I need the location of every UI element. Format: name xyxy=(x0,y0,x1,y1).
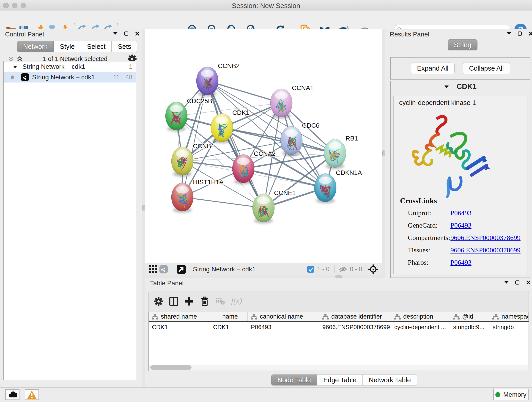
left-splitter[interactable] xyxy=(142,29,145,387)
table-horizontal-scrollbar[interactable] xyxy=(149,365,528,370)
crosslink-link[interactable]: P06493 xyxy=(450,221,472,229)
tab-network[interactable]: Network xyxy=(17,41,54,52)
results-button-bar: Expand All Collapse All xyxy=(390,57,530,80)
node-label-CCNB1: CCNB1 xyxy=(193,143,215,150)
network-collection-row[interactable]: String Network – cdk1 1 xyxy=(4,61,136,72)
crosslink-row-tissues: Tissues:9606.ENSP00000378699 xyxy=(408,246,522,255)
expand-all-networks-icon[interactable] xyxy=(17,56,22,62)
table-toolbar: f(x) xyxy=(148,291,529,312)
protein-collapse-icon[interactable] xyxy=(444,85,449,88)
column-header-@id[interactable]: @id xyxy=(450,312,489,321)
tab-edge-table[interactable]: Edge Table xyxy=(317,375,363,385)
tab-sets[interactable]: Sets xyxy=(112,41,137,52)
tab-select[interactable]: Select xyxy=(81,41,112,52)
network-row[interactable]: String Network – cdk1 11 48 xyxy=(4,72,136,83)
column-header-description[interactable]: description xyxy=(391,312,450,321)
control-panel-close-icon[interactable] xyxy=(135,31,140,36)
control-panel-title: Control Panel xyxy=(5,31,44,38)
collapse-all-networks-icon[interactable] xyxy=(8,56,14,62)
collapse-all-button[interactable]: Collapse All xyxy=(463,63,510,74)
open-in-window-icon[interactable] xyxy=(177,265,186,274)
column-header-shared-name[interactable]: shared name xyxy=(149,312,210,321)
table-panel-close-icon[interactable] xyxy=(526,280,531,285)
expand-all-button[interactable]: Expand All xyxy=(411,63,455,74)
crosslink-label: Pharos: xyxy=(408,259,450,266)
selected-items-icon[interactable] xyxy=(307,266,314,273)
table-cell[interactable]: cyclin-dependent ... xyxy=(391,322,450,332)
table-row[interactable]: CDK1CDK1P064939606.ENSP00000378699cyclin… xyxy=(149,322,529,332)
node-CDKN1A[interactable] xyxy=(314,173,336,203)
results-panel-float-icon[interactable] xyxy=(517,31,522,36)
create-column-icon[interactable] xyxy=(184,297,194,306)
control-panel-float-icon[interactable] xyxy=(124,31,129,36)
crosslink-link[interactable]: 9606.ENSP00000378699 xyxy=(450,234,520,241)
edge-HIST1H1A-CCNE1[interactable] xyxy=(182,197,264,208)
edge-CCNB2-CCNE1[interactable] xyxy=(207,81,264,208)
collection-label: String Network – cdk1 xyxy=(22,63,85,70)
table-cell[interactable]: 9606.ENSP00000378699 xyxy=(319,322,391,332)
right-splitter[interactable] xyxy=(382,29,385,275)
node-CCNE1[interactable] xyxy=(253,194,274,223)
crosslink-label: Compartments: xyxy=(408,234,450,242)
tab-string[interactable]: String xyxy=(448,39,477,51)
right-splitter-handle[interactable] xyxy=(382,150,385,156)
network-nodes xyxy=(165,67,346,223)
node-HIST1H1A[interactable] xyxy=(171,183,193,213)
results-panel-close-icon[interactable] xyxy=(528,31,532,36)
tab-node-table[interactable]: Node Table xyxy=(271,375,317,385)
table-cell[interactable]: P06493 xyxy=(248,322,319,332)
current-network-title: String Network – cdk1 xyxy=(193,266,306,273)
cloud-status-button[interactable] xyxy=(5,389,19,400)
results-panel-collapse-icon[interactable] xyxy=(506,31,511,36)
hidden-items-icon[interactable] xyxy=(339,266,347,273)
tab-style[interactable]: Style xyxy=(54,41,81,52)
column-label: canonical name xyxy=(260,313,303,320)
column-header-namespace[interactable]: namespace xyxy=(489,312,529,321)
table-cell[interactable]: stringdb xyxy=(489,322,529,332)
column-header-database-identifier[interactable]: database identifier xyxy=(319,312,391,321)
node-CDK1[interactable] xyxy=(211,114,233,143)
table-settings-gear-icon[interactable] xyxy=(154,297,163,306)
protein-structure-image xyxy=(403,109,497,201)
crosslink-link[interactable]: 9606.ENSP00000378699 xyxy=(450,246,520,254)
node-CCNB1[interactable] xyxy=(171,147,193,177)
table-cell[interactable]: stringdb:9... xyxy=(450,322,489,332)
show-columns-icon[interactable] xyxy=(169,297,178,306)
string-network-icon xyxy=(21,73,29,81)
crosslink-row-pharos: Pharos:P06493 xyxy=(408,259,522,268)
collection-expand-icon[interactable] xyxy=(13,65,17,69)
warnings-button[interactable] xyxy=(25,389,39,400)
horizontal-splitter-handle[interactable] xyxy=(336,275,342,278)
node-CDC25B[interactable] xyxy=(165,102,187,132)
table-cell[interactable]: CDK1 xyxy=(210,322,248,332)
control-panel-collapse-icon[interactable] xyxy=(113,31,118,36)
crosslink-link[interactable]: P06493 xyxy=(450,209,472,217)
node-CCNA1[interactable] xyxy=(270,89,292,119)
left-splitter-handle[interactable] xyxy=(142,205,145,211)
node-label-CDK1: CDK1 xyxy=(232,109,249,116)
fit-selected-icon[interactable] xyxy=(368,264,378,274)
column-header-canonical-name[interactable]: canonical name xyxy=(248,312,319,321)
table-panel-float-icon[interactable] xyxy=(515,280,520,285)
network-bullet-icon xyxy=(11,75,14,79)
delete-columns-icon[interactable] xyxy=(200,297,209,306)
column-type-icon xyxy=(453,313,460,320)
crosslink-link[interactable]: P06493 xyxy=(450,259,472,266)
memory-button[interactable]: Memory xyxy=(493,389,529,400)
tab-network-table[interactable]: Network Table xyxy=(363,375,417,385)
node-label-HIST1H1A: HIST1H1A xyxy=(193,179,224,186)
table-scrollbar-thumb[interactable] xyxy=(150,365,191,370)
memory-label: Memory xyxy=(503,391,526,398)
table-panel-collapse-icon[interactable] xyxy=(504,280,509,285)
table-cell[interactable]: CDK1 xyxy=(149,322,210,332)
column-header-name[interactable]: name xyxy=(210,312,248,321)
collection-count: 1 xyxy=(129,63,133,70)
network-canvas[interactable]: CCNB2CCNA1CDC25BCDK1CDC6RB1CCNB1CCNA2CDK… xyxy=(145,29,382,263)
birdseye-view-icon[interactable] xyxy=(149,265,157,273)
node-CCNB2[interactable] xyxy=(196,67,218,96)
node-label-CCNA1: CCNA1 xyxy=(292,84,314,91)
column-label: name xyxy=(222,313,238,320)
node-RB1[interactable] xyxy=(324,139,346,169)
edge-CCNB2-CCNA1[interactable] xyxy=(207,81,281,103)
status-bar: Memory xyxy=(0,387,532,402)
